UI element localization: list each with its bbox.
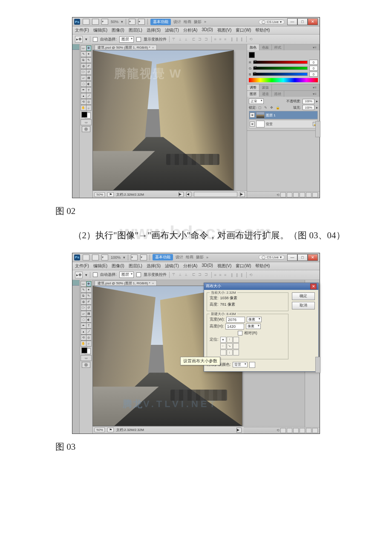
workspace-design[interactable]: 设计: [173, 19, 181, 25]
window-close-button[interactable]: ✕: [308, 18, 318, 25]
new-layer-icon[interactable]: [306, 428, 311, 433]
value-b[interactable]: 0: [309, 72, 318, 77]
tool-3d[interactable]: ⟲: [81, 335, 86, 341]
status-zoom[interactable]: 50%: [95, 192, 105, 197]
new-layer-icon[interactable]: [306, 192, 311, 197]
menu-image[interactable]: 图像(I): [112, 27, 124, 33]
align-icons-group[interactable]: 〒 ⊥ ⊥ ⊏ ⊐ ⊐: [172, 37, 209, 42]
bridge-icon[interactable]: [83, 254, 89, 260]
tool-hand[interactable]: ✋: [81, 341, 86, 347]
screen-mode-dropdown[interactable]: [101, 254, 108, 260]
auto-select-checkbox[interactable]: [93, 37, 98, 42]
extras-dropdown[interactable]: [138, 19, 145, 25]
trash-icon[interactable]: [312, 428, 318, 433]
workspace-photography[interactable]: 摄影: [194, 19, 202, 25]
tool-gradient[interactable]: ▤: [86, 311, 92, 317]
panel-menu-icon[interactable]: ▾≡: [310, 44, 320, 50]
anchor-c[interactable]: ↘: [227, 343, 233, 349]
align-icons-group[interactable]: 〒 ⊥ ⊥ ⊏ ⊐ ⊐: [172, 272, 209, 278]
link-layers-icon[interactable]: ⟲: [277, 428, 280, 432]
dialog-titlebar[interactable]: 画布大小 ✕: [204, 283, 318, 290]
scroll-left-icon[interactable]: ◀: [186, 192, 191, 197]
tool-lasso[interactable]: ✎: [81, 287, 86, 293]
tool-move[interactable]: ✥: [86, 45, 92, 51]
tool-gradient[interactable]: ▤: [86, 75, 92, 81]
tool-dodge[interactable]: ◐: [86, 317, 92, 323]
tool-screenmode[interactable]: ▭: [81, 119, 92, 125]
workspace-photography[interactable]: 摄影: [196, 254, 204, 260]
blend-mode-dropdown[interactable]: 正常: [249, 98, 264, 104]
fill-value[interactable]: 100%: [303, 105, 314, 110]
tool-zoom[interactable]: ⌕: [86, 105, 92, 111]
layer-row[interactable]: 👁 图层 1: [249, 111, 318, 119]
menu-file[interactable]: 文件(F): [75, 27, 89, 33]
right-scrollbar[interactable]: [315, 121, 320, 137]
tool-blur[interactable]: ◌: [81, 81, 86, 87]
menu-analysis[interactable]: 分析(A): [183, 263, 197, 269]
menu-layer[interactable]: 图层(L): [129, 27, 142, 33]
arrange-icon[interactable]: ⟲: [249, 273, 253, 277]
tool-type[interactable]: T: [86, 87, 92, 93]
layer-name[interactable]: 图层 1: [266, 113, 276, 118]
scroll-right-icon[interactable]: ▶: [240, 192, 245, 197]
tool-dodge[interactable]: ◐: [86, 81, 92, 87]
zoom-level[interactable]: 50%: [111, 20, 118, 24]
arrange-docs-dropdown[interactable]: [129, 19, 135, 25]
menu-filter[interactable]: 滤镜(T): [165, 263, 179, 269]
tool-brush[interactable]: ✐: [86, 63, 92, 69]
slider-r[interactable]: [253, 61, 308, 64]
anchor-br[interactable]: [233, 350, 239, 356]
current-tool-icon[interactable]: ▸✥: [75, 272, 83, 278]
anchor-bl[interactable]: [220, 350, 226, 356]
document-tab[interactable]: 建筑.psd @ 50% (图层 1, RGB/8) * ×: [95, 280, 157, 286]
link-layers-icon[interactable]: ⟲: [277, 193, 280, 197]
arrange-docs-dropdown[interactable]: [131, 254, 138, 260]
collapsed-panel-dock[interactable]: [72, 280, 80, 434]
status-flag-icon[interactable]: ⚑: [107, 192, 114, 197]
menu-window[interactable]: 窗口(W): [236, 263, 251, 269]
tab-channels[interactable]: 通道: [259, 91, 272, 97]
slider-g[interactable]: [253, 66, 308, 70]
workspace-essentials[interactable]: 基本功能: [150, 19, 171, 25]
tool-stamp[interactable]: ⧂: [81, 69, 86, 75]
ok-button[interactable]: 确定: [292, 292, 315, 300]
document-tab[interactable]: 建筑.psd @ 50% (图层 1, RGB/8) * ×: [95, 45, 157, 50]
close-tab-icon[interactable]: ×: [152, 46, 154, 49]
menu-window[interactable]: 窗口(W): [236, 27, 251, 33]
zoom-level[interactable]: 100%: [111, 255, 121, 260]
layer-name[interactable]: 背景: [266, 122, 273, 127]
menu-3d[interactable]: 3D(D): [202, 27, 213, 33]
tool-eraser[interactable]: ▱: [81, 311, 86, 317]
window-minimize-button[interactable]: —: [287, 254, 297, 261]
adjustment-icon[interactable]: [293, 428, 299, 433]
cs-live-button[interactable]: CS Live▾: [259, 255, 285, 260]
tool-heal[interactable]: ◍: [81, 299, 86, 305]
color-spectrum[interactable]: [249, 78, 318, 82]
menu-view[interactable]: 视图(V): [217, 263, 231, 269]
status-docinfo[interactable]: 文档:2.32M/2.32M: [116, 428, 144, 432]
quick-mask-icon[interactable]: [82, 126, 90, 132]
adjustment-icon[interactable]: [293, 192, 299, 197]
window-maximize-button[interactable]: □: [297, 18, 308, 25]
window-minimize-button[interactable]: —: [287, 18, 297, 25]
anchor-grid[interactable]: ●↑ ←↘ ↓: [220, 337, 239, 356]
tab-styles[interactable]: 样式: [272, 44, 284, 50]
tool-stamp[interactable]: ⧂: [81, 305, 86, 311]
tool-line[interactable]: ／: [86, 329, 92, 335]
tab-color[interactable]: 颜色: [247, 44, 259, 50]
workspace-painting[interactable]: 绘画: [186, 254, 193, 260]
tool-heal[interactable]: ◍: [81, 63, 86, 69]
menu-help[interactable]: 帮助(H): [255, 27, 270, 33]
panel-menu-icon[interactable]: ▾≡: [310, 84, 320, 90]
menu-filter[interactable]: 滤镜(T): [165, 27, 179, 33]
image-canvas[interactable]: 腾龍视覺 W: [93, 50, 233, 190]
menu-file[interactable]: 文件(F): [75, 263, 89, 269]
value-r[interactable]: 0: [309, 60, 318, 65]
status-play-icon[interactable]: ▶: [179, 192, 184, 197]
anchor-r[interactable]: [233, 343, 239, 349]
window-close-button[interactable]: ✕: [308, 254, 318, 261]
color-swatches[interactable]: [81, 347, 91, 354]
foreground-swatch[interactable]: [249, 52, 255, 58]
menu-3d[interactable]: 3D(D): [202, 263, 213, 269]
lock-icons[interactable]: ▢ ✎ ✥ 🔒: [258, 106, 281, 110]
